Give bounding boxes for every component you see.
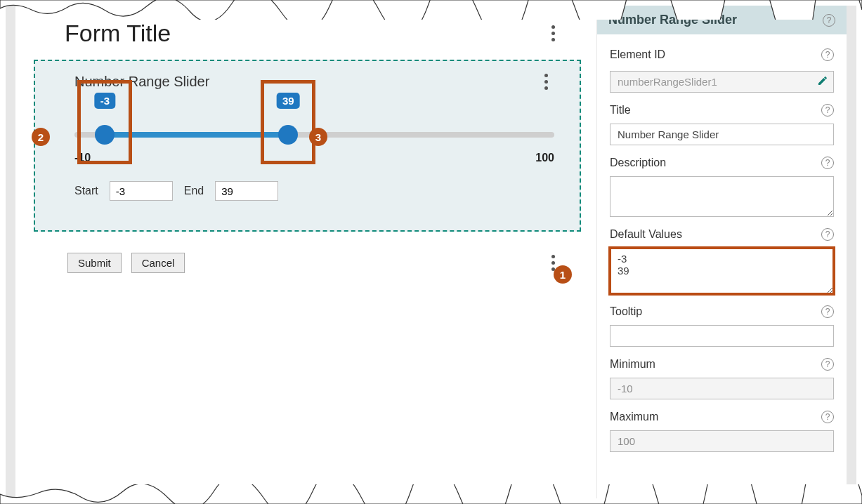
panel-help-icon[interactable] xyxy=(823,14,835,27)
callout-badge-2: 2 xyxy=(32,128,50,146)
form-preview-panel: Form Title 2 3 Number Range Slider -3 39 xyxy=(6,6,596,498)
callout-badge-1: 1 xyxy=(554,265,572,284)
minimum-label-row: Minimum xyxy=(610,358,834,371)
end-label: End xyxy=(184,185,204,197)
description-textarea[interactable] xyxy=(610,176,834,217)
form-title: Form Title xyxy=(65,20,544,47)
default-values-textarea[interactable]: -3 39 xyxy=(610,248,834,294)
default-values-help-icon[interactable] xyxy=(821,228,834,241)
slider-labels: -10 100 xyxy=(74,152,554,166)
submit-button[interactable]: Submit xyxy=(67,253,122,273)
description-label-row: Description xyxy=(610,157,834,169)
slider-start-handle[interactable] xyxy=(95,125,115,145)
form-buttons-row: Submit Cancel xyxy=(22,237,589,280)
tooltip-label: Tooltip xyxy=(610,305,821,318)
title-input[interactable] xyxy=(610,124,834,145)
description-label: Description xyxy=(610,157,821,169)
properties-panel: Number Range Slider Element ID Title Des… xyxy=(596,6,856,498)
start-input[interactable] xyxy=(110,181,173,201)
minimum-label: Minimum xyxy=(610,358,821,371)
element-id-input-wrap xyxy=(610,68,834,93)
panel-header: Number Range Slider xyxy=(597,6,847,34)
default-values-label: Default Values xyxy=(610,228,821,241)
maximum-label-row: Maximum xyxy=(610,411,834,423)
callout-badge-3: 3 xyxy=(309,128,327,146)
element-id-help-icon[interactable] xyxy=(821,48,834,61)
title-label: Title xyxy=(610,104,821,117)
cancel-button[interactable]: Cancel xyxy=(131,253,185,273)
element-id-label-row: Element ID xyxy=(610,48,834,61)
maximum-label: Maximum xyxy=(610,411,821,423)
slider-end-handle[interactable] xyxy=(278,125,298,145)
minimum-input[interactable] xyxy=(610,378,834,399)
slider-start-badge: -3 xyxy=(95,93,115,109)
maximum-input[interactable] xyxy=(610,430,834,452)
maximum-help-icon[interactable] xyxy=(821,411,834,423)
widget-title: Number Range Slider xyxy=(74,74,537,90)
number-range-slider-widget[interactable]: Number Range Slider -3 39 -10 100 Start xyxy=(34,60,581,232)
tooltip-input[interactable] xyxy=(610,325,834,347)
form-title-row: Form Title xyxy=(22,13,589,54)
tooltip-help-icon[interactable] xyxy=(821,305,834,318)
widget-header: Number Range Slider xyxy=(74,74,554,90)
title-help-icon[interactable] xyxy=(821,104,834,117)
slider-max-label: 100 xyxy=(535,152,554,164)
end-input[interactable] xyxy=(215,181,278,201)
slider-values-row: Start End xyxy=(74,181,554,201)
element-id-label: Element ID xyxy=(610,48,821,61)
panel-header-title: Number Range Slider xyxy=(608,13,823,27)
slider-range-fill xyxy=(105,132,288,138)
edit-element-id-pencil-icon[interactable] xyxy=(817,75,828,86)
screen: Form Title 2 3 Number Range Slider -3 39 xyxy=(0,0,862,504)
minimum-help-icon[interactable] xyxy=(821,358,834,371)
slider-min-label: -10 xyxy=(74,152,91,164)
description-help-icon[interactable] xyxy=(821,157,834,169)
widget-menu-kebab-icon[interactable] xyxy=(537,74,554,90)
panel-body: Element ID Title Description Default V xyxy=(597,34,847,465)
start-label: Start xyxy=(74,185,98,197)
tooltip-label-row: Tooltip xyxy=(610,305,834,318)
slider-end-badge: 39 xyxy=(277,93,300,109)
title-label-row: Title xyxy=(610,104,834,117)
form-menu-kebab-icon[interactable] xyxy=(544,25,561,41)
element-id-input[interactable] xyxy=(610,71,834,93)
default-values-label-row: Default Values xyxy=(610,228,834,241)
